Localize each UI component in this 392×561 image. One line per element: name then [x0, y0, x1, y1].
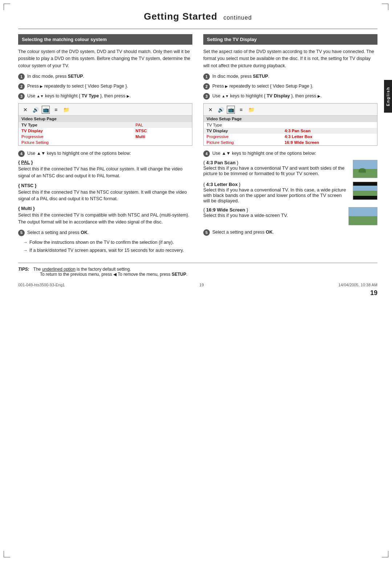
left-table-r3-c2: Multi: [132, 134, 192, 140]
left-table-row-2: TV Display NTSC: [19, 128, 192, 134]
letter-bold: 4:3 Letter Box: [206, 182, 238, 187]
corner-mark-br: [382, 551, 388, 557]
right-option-letter-content: { 4:3 Letter Box } Select this if you ha…: [203, 182, 349, 203]
left-step-1-num: 1: [18, 73, 25, 80]
left-step-5: 5 Select a setting and press OK.: [18, 229, 192, 236]
tips-text2: is the factory default setting.: [77, 267, 131, 272]
letter-box-image: [353, 182, 377, 200]
corner-mark-tl: [4, 4, 10, 10]
left-option-multi-desc: Select this if the connected TV is compa…: [18, 212, 192, 226]
right-option-wide-desc: Select this if you have a wide-screen TV…: [203, 213, 345, 218]
left-table-r2-c2: NTSC: [132, 128, 192, 134]
left-option-ntsc-desc: Select this if the connected TV has the …: [18, 189, 192, 203]
left-step-1-text: In disc mode, press SETUP.: [27, 73, 192, 80]
english-tab: English: [384, 80, 392, 113]
left-step-1: 1 In disc mode, press SETUP.: [18, 73, 192, 80]
two-column-layout: Selecting the matching colour system The…: [18, 34, 377, 255]
right-option-wide-title: { 16:9 Wide Screen }: [203, 207, 345, 213]
right-table-row-4: Picture Setting 16:9 Wide Screen: [204, 140, 377, 145]
right-option-wide: { 16:9 Wide Screen } Select this if you …: [203, 207, 377, 225]
icon-video: 📺: [42, 106, 50, 114]
right-setup-table-wrap: ✕ 🔊 📺 ≡ 📁 Video Setup Page TV Type: [203, 103, 377, 146]
left-option-ntsc-title: { NTSC }: [18, 183, 192, 188]
right-icon-folder: 📁: [247, 106, 255, 114]
right-step-3-num: 3: [203, 93, 210, 100]
left-intro: The colour system of the DVD system, DVD…: [18, 48, 192, 69]
left-step-4: 4 Use ▲▼ keys to highlight one of the op…: [18, 150, 192, 157]
right-option-letter: { 4:3 Letter Box } Select this if you ha…: [203, 182, 377, 203]
corner-mark-bl: [4, 551, 10, 557]
right-column: Setting the TV Display Set the aspect ra…: [203, 34, 377, 255]
right-table-icons: ✕ 🔊 📺 ≡ 📁: [204, 104, 377, 116]
left-column: Selecting the matching colour system The…: [18, 34, 192, 255]
title-text: Getting Started: [144, 11, 217, 22]
left-step-4-text: Use ▲▼ keys to highlight one of the opti…: [27, 150, 192, 157]
right-table-title: Video Setup Page: [204, 116, 377, 122]
page-num: 19: [370, 289, 377, 296]
right-icon-speaker: 🔊: [217, 106, 225, 114]
left-step-2-text: Press repeatedly to select { Video Setup…: [27, 83, 192, 90]
letter-box-inner: [353, 186, 377, 196]
right-step-1: 1 In disc mode, press SETUP.: [203, 73, 377, 80]
right-step-3: 3 Use keys to highlight { TV Display }, …: [203, 93, 377, 100]
tips-section: TIPS: The underlined option is the facto…: [18, 263, 377, 277]
right-icon-video: 📺: [227, 106, 235, 114]
right-step-3-text: Use keys to highlight { TV Display }, th…: [212, 93, 377, 100]
footer-center: 19: [199, 283, 204, 287]
left-table-r3-c1: Progressive: [19, 134, 132, 140]
footer-right: 14/04/2005, 10:38 AM: [338, 283, 377, 287]
left-multi-bold: Multi: [21, 206, 32, 211]
right-table-header: Video Setup Page: [204, 116, 377, 122]
right-table-r3-c2: 4:3 Letter Box: [282, 134, 377, 140]
left-step-2: 2 Press repeatedly to select { Video Set…: [18, 83, 192, 90]
right-option-pan-title: { 4:3 Pan Scan }: [203, 160, 349, 165]
left-table-row-4: Picture Setting: [19, 140, 192, 145]
tips-text1: The: [33, 267, 41, 272]
right-table-row-3: Progressive 4:3 Letter Box: [204, 134, 377, 140]
right-option-wide-content: { 16:9 Wide Screen } Select this if you …: [203, 207, 345, 218]
tips-setup-bold: SETUP: [172, 272, 186, 277]
right-step-4-text: Use ▲▼ keys to highlight one of the opti…: [212, 150, 377, 157]
tips-text3: To return to the previous menu, press ◀ …: [40, 272, 171, 277]
left-step-3-text: Use keys to highlight { TV Type }, then …: [27, 93, 192, 100]
right-step-2-num: 2: [203, 83, 210, 90]
footer: 001-049-hts3500-93-Eng1 19 14/04/2005, 1…: [18, 283, 377, 287]
left-step-2-num: 2: [18, 83, 25, 90]
page-number-display: 19: [18, 289, 377, 297]
left-step-4-num: 4: [18, 150, 25, 157]
corner-mark-tr: [382, 4, 388, 10]
left-step-5-text: Select a setting and press OK.: [27, 229, 192, 236]
icon-folder: 📁: [62, 106, 70, 114]
left-table-row-3: Progressive Multi: [19, 134, 192, 140]
right-table-row-1: TV Type: [204, 122, 377, 128]
right-icon-lines: ≡: [237, 106, 245, 114]
page: English Getting Started continued Select…: [0, 0, 392, 561]
left-option-pal: { PAL } Select this if the connected TV …: [18, 160, 192, 179]
page-title: Getting Started continued: [18, 11, 377, 22]
right-section-header: Setting the TV Display: [203, 34, 377, 45]
right-intro: Set the aspect ratio of the DVD system a…: [203, 48, 377, 69]
right-step-5: 5 Select a setting and press OK.: [203, 229, 377, 236]
wide-bold: 16:9 Wide Screen: [206, 207, 245, 213]
right-setup-table: Video Setup Page TV Type TV Display 4:3 …: [204, 116, 377, 145]
icon-lines: ≡: [52, 106, 60, 114]
right-icon-x: ✕: [207, 106, 215, 114]
left-table-r4-c1: Picture Setting: [19, 140, 132, 145]
right-table-r3-c1: Progressive: [204, 134, 282, 140]
left-step-5-num: 5: [18, 230, 25, 236]
left-setup-table: Video Setup Page TV Type PAL TV Display …: [19, 116, 192, 145]
tips-label: TIPS:: [18, 267, 29, 272]
left-table-r4-c2: [132, 140, 192, 145]
left-option-multi: { Multi } Select this if the connected T…: [18, 206, 192, 226]
right-table-r2-c2: 4:3 Pan Scan: [282, 128, 377, 134]
left-ntsc-bold: NTSC: [21, 183, 33, 188]
right-option-pan-desc: Select this if you have a conventional T…: [203, 165, 349, 176]
right-step-2: 2 Press repeatedly to select { Video Set…: [203, 83, 377, 90]
left-step-3-num: 3: [18, 93, 25, 100]
title-divider: [18, 29, 377, 29]
right-option-pan: { 4:3 Pan Scan } Select this if you have…: [203, 160, 377, 178]
left-option-multi-title: { Multi }: [18, 206, 192, 211]
left-step-3: 3 Use keys to highlight { TV Type }, the…: [18, 93, 192, 100]
left-table-r2-c1: TV Display: [19, 128, 132, 134]
wide-screen-image: [348, 207, 377, 225]
